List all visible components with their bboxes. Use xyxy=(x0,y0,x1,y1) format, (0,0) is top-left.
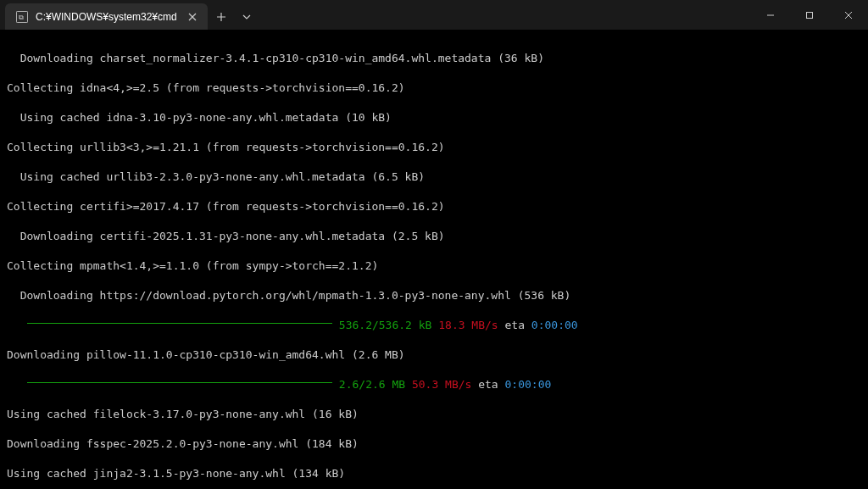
svg-rect-2 xyxy=(807,12,813,18)
tab-close-button[interactable] xyxy=(184,8,201,25)
tab-title: C:¥WINDOWS¥system32¥cmd xyxy=(36,11,177,23)
maximize-button[interactable] xyxy=(790,0,829,30)
output-line: Collecting certifi>=2017.4.17 (from requ… xyxy=(7,199,861,214)
window-controls xyxy=(751,0,868,30)
progress-bytes: 536.2/536.2 kB xyxy=(339,319,432,331)
output-line: Using cached urllib3-2.3.0-py3-none-any.… xyxy=(7,169,861,185)
progress-eta-label: eta xyxy=(505,319,525,331)
progress-rate: 50.3 MB/s xyxy=(412,378,471,391)
output-line: Downloading https://download.pytorch.org… xyxy=(7,288,861,303)
progress-line: 2.6/2.6 MB 50.3 MB/s eta 0:00:00 xyxy=(7,377,861,392)
title-bar-drag-region[interactable] xyxy=(259,0,751,30)
output-line: Using cached jinja2-3.1.5-py3-none-any.w… xyxy=(7,466,861,481)
output-line: Downloading fsspec-2025.2.0-py3-none-any… xyxy=(7,436,861,452)
progress-line: 536.2/536.2 kB 18.3 MB/s eta 0:00:00 xyxy=(7,318,861,333)
tab-dropdown-button[interactable] xyxy=(235,3,259,30)
minimize-button[interactable] xyxy=(751,0,790,30)
output-line: Downloading certifi-2025.1.31-py3-none-a… xyxy=(7,229,861,244)
output-line: Collecting idna<4,>=2.5 (from requests->… xyxy=(7,81,861,96)
close-window-button[interactable] xyxy=(829,0,868,30)
output-line: Collecting mpmath<1.4,>=1.1.0 (from symp… xyxy=(7,258,861,274)
progress-bar-icon xyxy=(27,382,332,383)
progress-bar-icon xyxy=(27,323,332,324)
output-line: Using cached filelock-3.17.0-py3-none-an… xyxy=(7,407,861,422)
output-line: Collecting urllib3<3,>=1.21.1 (from requ… xyxy=(7,140,861,155)
progress-bytes: 2.6/2.6 MB xyxy=(339,378,405,391)
progress-eta: 0:00:00 xyxy=(531,319,578,331)
terminal-output[interactable]: Downloading charset_normalizer-3.4.1-cp3… xyxy=(0,31,868,489)
output-line: Using cached idna-3.10-py3-none-any.whl.… xyxy=(7,110,861,125)
output-line: Downloading charset_normalizer-3.4.1-cp3… xyxy=(7,51,861,66)
tab-active[interactable]: ⧉ C:¥WINDOWS¥system32¥cmd xyxy=(5,3,208,30)
title-bar: ⧉ C:¥WINDOWS¥system32¥cmd xyxy=(0,0,868,31)
progress-eta: 0:00:00 xyxy=(505,378,552,391)
new-tab-button[interactable] xyxy=(208,3,235,30)
output-line: Downloading pillow-11.1.0-cp310-cp310-wi… xyxy=(7,347,861,363)
progress-rate: 18.3 MB/s xyxy=(438,319,498,331)
cmd-icon: ⧉ xyxy=(15,10,29,24)
progress-eta-label: eta xyxy=(478,378,498,391)
svg-text:⧉: ⧉ xyxy=(19,13,24,20)
